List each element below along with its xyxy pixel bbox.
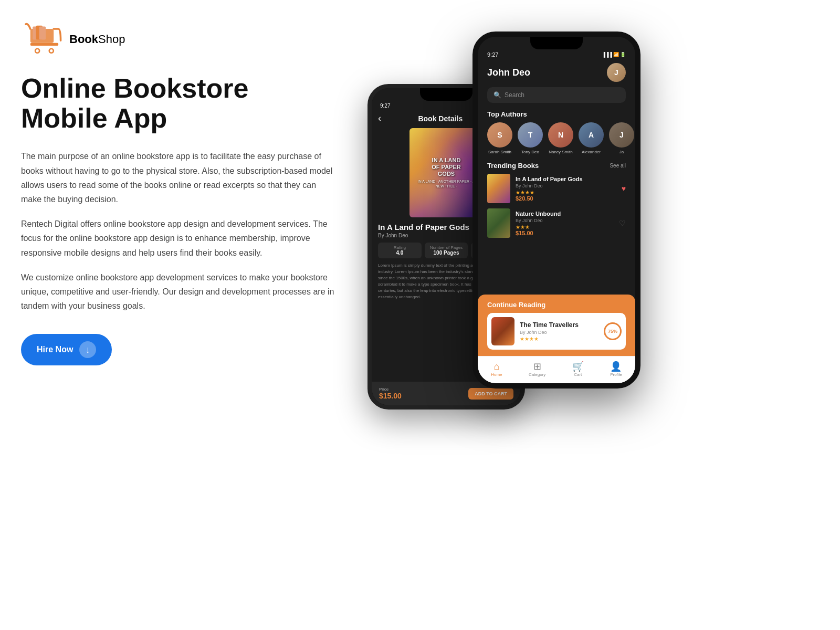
nav-home[interactable]: ⌂ Home: [491, 361, 502, 377]
trending-book-1[interactable]: In A Land of Paper Gods By John Deo ★★★★…: [487, 174, 626, 203]
add-to-cart-button[interactable]: ADD TO CART: [468, 388, 513, 400]
description-2: Rentech Digital offers online bookstore …: [21, 217, 336, 260]
book-cover-image: IN A LANDOF PAPERGODS IN A LAND · ANOTHE…: [410, 128, 483, 217]
book-info-2: Nature Unbound By John Deo ★★★ $15.00: [516, 211, 614, 236]
wifi-icon: 📶: [613, 52, 619, 57]
top-authors-list: S Sarah Smith T Tony Deo N Nancy Smith A…: [478, 122, 635, 162]
profile-icon: 👤: [610, 361, 622, 372]
arrow-down-icon: ↓: [79, 341, 96, 358]
author-item-ja[interactable]: J Ja: [609, 122, 634, 154]
logo-text: BookShop: [69, 33, 125, 46]
hire-now-button[interactable]: Hire Now ↓: [21, 334, 112, 365]
phone2-notch: [530, 37, 583, 49]
continue-reading-section: Continue Reading The Time Travellers By …: [478, 295, 635, 356]
description-3: We customize online bookstore app develo…: [21, 270, 336, 313]
battery-icon: 🔋: [620, 52, 626, 57]
signal-bars-icon: ▐▐▐: [602, 52, 612, 57]
phone1-notch: [420, 88, 472, 101]
author-item-nancy[interactable]: N Nancy Smith: [548, 122, 573, 154]
nav-cart[interactable]: 🛒 Cart: [572, 361, 584, 377]
search-bar[interactable]: 🔍 Search: [487, 87, 626, 103]
phones-area: 9:27 ▐▐▐ 📶 🔋 ‹ Book Details ⬇ ♥ I: [357, 32, 830, 583]
continue-book-thumbnail: [491, 317, 514, 345]
category-icon: ⊞: [529, 361, 545, 372]
book-info-1: In A Land of Paper Gods By John Deo ★★★★…: [516, 176, 616, 202]
trending-book-2[interactable]: Nature Unbound By John Deo ★★★ $15.00 ♡: [487, 208, 626, 238]
svg-point-7: [36, 49, 38, 52]
trending-header: Trending Books See all: [487, 162, 626, 170]
author-item-sarah[interactable]: S Sarah Smith: [487, 122, 512, 154]
top-authors-header: Top Authors: [478, 110, 635, 122]
author-item-alexander[interactable]: A Alexander: [579, 122, 604, 154]
svg-rect-4: [30, 43, 58, 46]
svg-rect-3: [39, 27, 46, 40]
continue-book-info: The Time Travellers By John Deo ★★★★: [520, 321, 598, 342]
search-icon: 🔍: [494, 91, 501, 99]
left-section: BookShop Online Bookstore Mobile App The…: [21, 21, 336, 365]
phone2-greeting-row: John Deo J: [478, 61, 635, 87]
user-avatar[interactable]: J: [607, 63, 626, 82]
progress-indicator: 75%: [604, 322, 622, 340]
continue-reading-book[interactable]: The Time Travellers By John Deo ★★★★ 75%: [487, 313, 626, 350]
back-button[interactable]: ‹: [378, 113, 381, 124]
svg-point-8: [50, 49, 52, 52]
see-all-button[interactable]: See all: [610, 163, 626, 169]
logo-area: BookShop: [21, 21, 336, 58]
main-heading: Online Bookstore Mobile App: [21, 74, 336, 133]
book-thumbnail-1: [487, 174, 510, 203]
nav-category[interactable]: ⊞ Category: [529, 361, 545, 377]
bottom-navigation: ⌂ Home ⊞ Category 🛒 Cart 👤 Profile: [478, 356, 635, 383]
home-icon: ⌂: [491, 361, 502, 372]
heart-empty-icon[interactable]: ♡: [619, 219, 626, 227]
nav-profile[interactable]: 👤 Profile: [610, 361, 622, 377]
heart-filled-icon[interactable]: ♥: [622, 184, 626, 193]
phone2-home: 9:27 ▐▐▐ 📶 🔋 John Deo J 🔍 Search Top Aut…: [472, 32, 640, 388]
user-greeting: John Deo: [487, 67, 530, 78]
book-thumbnail-2: [487, 208, 510, 238]
description-1: The main purpose of an online bookstore …: [21, 149, 336, 206]
cart-icon: 🛒: [572, 361, 584, 372]
logo-icon: [21, 21, 63, 58]
author-item-tony[interactable]: T Tony Deo: [518, 122, 543, 154]
trending-books-section: Trending Books See all In A Land of Pape…: [478, 162, 635, 238]
